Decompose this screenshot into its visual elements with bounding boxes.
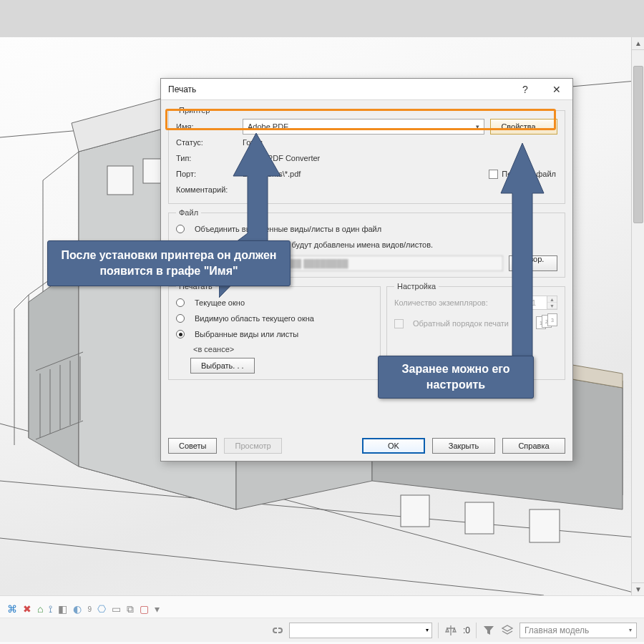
scope-selected-radio[interactable]	[176, 330, 185, 338]
status-icon[interactable]: ⎔	[97, 603, 106, 615]
main-model-label: Главная модель	[525, 625, 589, 635]
dialog-help-button[interactable]: ?	[509, 79, 541, 100]
status-icon[interactable]: ◧	[58, 603, 67, 615]
callout-left: После установки принтера он должен появи…	[47, 240, 291, 286]
status-bar: ⌘ ✖ ⌂ ⟟ ◧ ◐ 9 ⎔ ▭ ⧉ ▢ ▾ ▾ :0 Главная мод…	[0, 595, 644, 644]
dialog-titlebar[interactable]: Печать ? ✕	[161, 79, 572, 100]
ok-button[interactable]: OK	[362, 438, 425, 454]
filter-icon[interactable]	[482, 624, 495, 637]
preview-button: Просмотр	[224, 438, 281, 454]
status-count: :0	[463, 625, 470, 635]
callout-left-text: После установки принтера он должен появи…	[58, 248, 280, 278]
status-toggle-icons: ⌘ ✖ ⌂ ⟟ ◧ ◐ 9 ⎔ ▭ ⧉ ▢ ▾	[0, 596, 644, 618]
status-icon[interactable]: ◐	[73, 603, 82, 615]
status-icon[interactable]: 9	[87, 605, 92, 613]
dialog-footer: Советы Просмотр OK Закрыть Справка	[168, 438, 565, 454]
callout-arrow-right	[494, 143, 551, 358]
callout-right-text: Заранее можно его настроить	[389, 361, 523, 392]
scroll-down-arrow[interactable]: ▼	[632, 582, 644, 595]
session-label: <в сеансе>	[193, 345, 373, 353]
reverse-order-checkbox[interactable]	[394, 319, 404, 328]
layers-icon[interactable]	[501, 624, 514, 637]
scope-visible-radio[interactable]	[176, 314, 185, 323]
settings-legend: Настройка	[394, 282, 439, 291]
svg-rect-12	[530, 509, 560, 542]
tips-button[interactable]: Советы	[168, 438, 217, 454]
link-icon[interactable]	[270, 624, 283, 637]
main-model-selector[interactable]: Главная модель▾	[519, 623, 637, 638]
scroll-thumb[interactable]	[633, 66, 643, 223]
file-legend: Файл	[176, 208, 201, 217]
close-button[interactable]: Закрыть	[432, 438, 495, 454]
balance-icon[interactable]	[444, 624, 457, 637]
status-icon[interactable]: ▢	[140, 603, 149, 615]
dialog-close-button[interactable]: ✕	[541, 79, 572, 100]
scope-selected-label: Выбранные виды или листы	[195, 330, 298, 338]
select-views-button[interactable]: Выбрать. . .	[190, 358, 255, 374]
svg-marker-24	[501, 143, 544, 358]
scope-visible-label: Видимую область текущего окна	[195, 314, 314, 323]
status-icon[interactable]: ✖	[23, 603, 31, 615]
printer-name-combo[interactable]: Adobe PDF ▾	[243, 119, 484, 135]
dialog-title: Печать	[168, 84, 196, 94]
printer-name-label: Имя:	[176, 122, 237, 131]
scope-current-label: Текущее окно	[195, 298, 245, 307]
svg-rect-11	[465, 502, 494, 534]
status-icon[interactable]: ⟟	[49, 603, 52, 615]
printer-name-value: Adobe PDF	[248, 122, 288, 131]
status-icon[interactable]: ▾	[155, 603, 160, 615]
status-icon[interactable]: ▭	[112, 603, 121, 615]
status-icon[interactable]: ⌘	[7, 603, 17, 615]
printer-legend: Принтер	[176, 106, 213, 114]
status-icon[interactable]: ⧉	[127, 603, 134, 615]
svg-rect-10	[401, 495, 429, 527]
callout-right: Заранее можно его настроить	[378, 356, 534, 399]
chevron-down-icon: ▾	[476, 123, 479, 130]
status-icon[interactable]: ⌂	[37, 603, 43, 615]
scroll-up-arrow[interactable]: ▲	[632, 37, 644, 50]
viewport-scrollbar-vertical[interactable]: ▲ ▼	[631, 37, 644, 595]
file-merge-radio[interactable]	[176, 225, 185, 233]
status-selector-1[interactable]: ▾	[289, 623, 432, 638]
svg-marker-4	[29, 266, 79, 467]
printer-properties-button[interactable]: Свойства. . .	[490, 119, 557, 135]
svg-rect-13	[107, 166, 133, 195]
scope-current-radio[interactable]	[176, 298, 185, 307]
help-button[interactable]: Справка	[502, 438, 565, 454]
top-toolbar-strip	[0, 0, 644, 37]
